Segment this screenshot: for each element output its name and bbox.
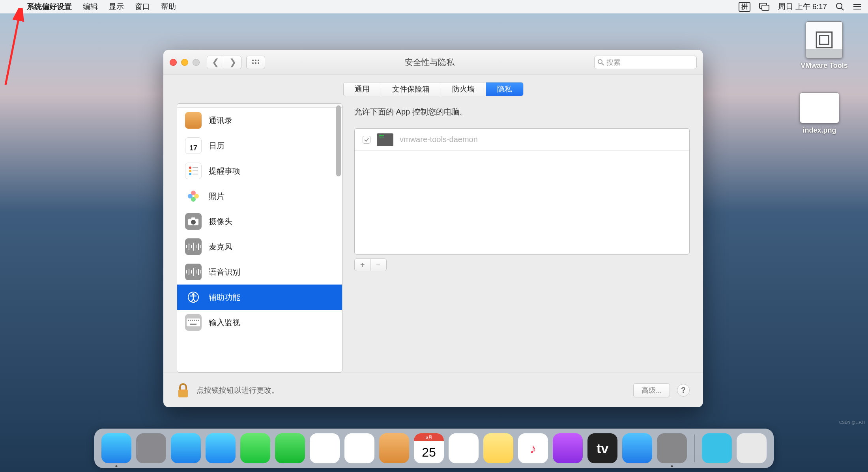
app-list: vmware-tools-daemon: [354, 128, 690, 255]
remove-app-button[interactable]: −: [370, 259, 386, 271]
right-panel: 允许下面的 App 控制您的电脑。 vmware-tools-daemon + …: [354, 103, 690, 373]
menu-view[interactable]: 显示: [103, 2, 129, 12]
microphone-icon: [185, 238, 202, 255]
menu-help[interactable]: 帮助: [155, 2, 181, 12]
sidebar-item-speech[interactable]: 语音识别: [177, 259, 342, 285]
watermark: CSDN @L.P.H: [839, 420, 865, 425]
svg-point-18: [189, 167, 191, 169]
app-row[interactable]: vmware-tools-daemon: [355, 129, 689, 151]
sidebar-item-camera[interactable]: 摄像头: [177, 209, 342, 234]
sidebar-item-label: 照片: [209, 191, 224, 202]
notification-center-icon[interactable]: [853, 3, 862, 10]
window-title: 安全性与隐私: [270, 57, 589, 68]
preferences-window: ❮ ❯ 安全性与隐私 搜索 通用 文件保险箱 防火墙 隐私 通讯录: [163, 50, 703, 407]
input-method-icon[interactable]: 拼: [739, 2, 750, 12]
dock-messages[interactable]: [275, 433, 305, 463]
dock-safari[interactable]: [171, 433, 201, 463]
screen-mirroring-icon[interactable]: [759, 3, 769, 11]
sidebar-item-label: 摄像头: [209, 216, 232, 227]
back-button[interactable]: ❮: [207, 56, 224, 69]
dock-settings[interactable]: [657, 433, 687, 463]
sidebar-item-label: 通讯录: [209, 115, 232, 126]
dock-photos[interactable]: [344, 433, 374, 463]
sidebar-item-microphone[interactable]: 麦克风: [177, 234, 342, 259]
svg-rect-53: [198, 320, 199, 321]
reminders-icon: [185, 163, 202, 179]
svg-point-14: [255, 62, 256, 64]
dock-notes[interactable]: [483, 433, 513, 463]
tab-filevault[interactable]: 文件保险箱: [381, 82, 441, 96]
dock-facetime[interactable]: [240, 433, 270, 463]
minimize-button[interactable]: [181, 59, 188, 66]
menu-edit[interactable]: 编辑: [77, 2, 103, 12]
dock-calendar[interactable]: 6月25: [414, 433, 444, 463]
desktop-icon-label: index.png: [794, 126, 845, 135]
sidebar-item-label: 辅助功能: [209, 292, 240, 303]
speech-icon: [185, 264, 202, 280]
svg-rect-2: [762, 5, 769, 10]
add-app-button[interactable]: +: [355, 259, 370, 271]
dock-trash[interactable]: [737, 433, 767, 463]
dock-launchpad[interactable]: [136, 433, 166, 463]
calendar-icon: 17: [185, 137, 202, 154]
app-menu[interactable]: 系统偏好设置: [21, 2, 77, 12]
svg-line-4: [841, 8, 844, 10]
svg-line-17: [602, 63, 604, 65]
sidebar-item-label: 日历: [209, 140, 224, 151]
dock-contacts[interactable]: [379, 433, 409, 463]
dock-reminders[interactable]: [449, 433, 479, 463]
svg-point-13: [252, 62, 254, 64]
dock-music[interactable]: ♪: [518, 433, 548, 463]
sidebar-item-contacts[interactable]: 通讯录: [177, 108, 342, 133]
help-button[interactable]: ?: [677, 384, 690, 397]
datetime[interactable]: 周日 上午 6:17: [778, 2, 827, 12]
dock-finder[interactable]: [101, 433, 131, 463]
spotlight-icon[interactable]: [836, 2, 844, 11]
dock-mail[interactable]: [206, 433, 236, 463]
svg-point-11: [255, 60, 256, 61]
show-all-button[interactable]: [246, 56, 265, 69]
sidebar-item-input-monitoring[interactable]: 输入监视: [177, 310, 342, 335]
dock-maps[interactable]: [310, 433, 340, 463]
tab-firewall[interactable]: 防火墙: [441, 82, 486, 96]
dock-podcasts[interactable]: [553, 433, 583, 463]
sidebar-item-label: 麦克风: [209, 242, 232, 252]
desktop-icon-label: VMware Tools: [799, 62, 850, 70]
svg-point-19: [189, 170, 191, 172]
lock-text: 点按锁按钮以进行更改。: [196, 385, 626, 395]
dock-downloads[interactable]: [702, 433, 732, 463]
sidebar-scrollbar[interactable]: [336, 105, 341, 252]
sidebar-item-reminders[interactable]: 提醒事项: [177, 158, 342, 184]
menu-window[interactable]: 窗口: [129, 2, 155, 12]
sidebar-item-partial[interactable]: [177, 104, 342, 108]
window-toolbar: ❮ ❯ 安全性与隐私 搜索: [163, 50, 703, 75]
svg-point-27: [188, 194, 193, 199]
desktop-icon-vmware-tools[interactable]: VMware Tools: [799, 21, 850, 70]
desktop-icon-index-png[interactable]: index.png: [794, 92, 845, 135]
svg-rect-50: [192, 320, 193, 321]
search-field[interactable]: 搜索: [594, 56, 697, 69]
tab-general[interactable]: 通用: [344, 82, 381, 96]
annotation-arrow: [4, 8, 27, 87]
svg-line-0: [6, 11, 20, 85]
svg-rect-49: [190, 320, 191, 321]
app-checkbox[interactable]: [363, 136, 370, 144]
svg-point-10: [252, 60, 254, 61]
advanced-button[interactable]: 高级...: [633, 383, 670, 397]
close-button[interactable]: [170, 59, 177, 66]
sidebar-item-photos[interactable]: 照片: [177, 184, 342, 209]
sidebar-item-accessibility[interactable]: 辅助功能: [177, 285, 342, 310]
sidebar-item-label: 输入监视: [209, 317, 240, 328]
svg-rect-52: [196, 320, 197, 321]
svg-rect-54: [190, 324, 196, 325]
svg-rect-48: [188, 320, 189, 321]
tab-privacy[interactable]: 隐私: [486, 82, 523, 96]
sidebar-item-label: 提醒事项: [209, 166, 240, 176]
dock-appstore[interactable]: [622, 433, 652, 463]
forward-button[interactable]: ❯: [224, 56, 241, 69]
dock-tv[interactable]: tv: [587, 433, 617, 463]
lock-icon[interactable]: [177, 382, 189, 398]
keyboard-icon: [185, 314, 202, 331]
svg-rect-30: [191, 217, 195, 219]
sidebar-item-calendar[interactable]: 17 日历: [177, 133, 342, 158]
